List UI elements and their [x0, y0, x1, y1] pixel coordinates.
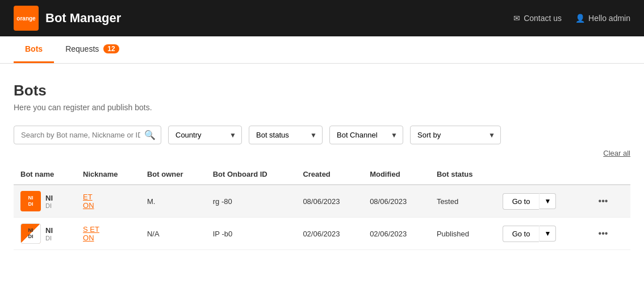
tab-bots[interactable]: Bots	[14, 36, 54, 63]
col-modified: Modified	[363, 164, 430, 185]
col-bot-name: Bot name	[14, 164, 76, 185]
bot-name-cell: NI DI NI DI	[14, 185, 76, 218]
bot-channel-filter[interactable]: Bot Channel	[329, 126, 403, 144]
col-onboard-id: Bot Onboard ID	[206, 164, 296, 185]
table-row: NI DI NI DI S ET	[14, 218, 630, 250]
header-left: orange Bot Manager	[14, 6, 121, 31]
col-action	[496, 164, 585, 185]
bot-name-cell: NI DI NI DI	[14, 218, 76, 250]
search-input[interactable]	[14, 126, 161, 144]
status-badge: Published	[430, 218, 496, 250]
modified-cell: 08/06/2023	[363, 185, 430, 218]
table-body: NI DI NI DI ET	[14, 185, 630, 250]
col-nickname: Nickname	[76, 164, 140, 185]
goto-button[interactable]: Go to	[503, 226, 540, 242]
page-content: Bots Here you can register and publish b…	[0, 64, 644, 268]
nickname-cell: S ET ON	[76, 218, 140, 250]
onboard-id-cell: IP -b0	[206, 218, 296, 250]
header-right: ✉ Contact us 👤 Hello admin	[513, 14, 630, 23]
bot-avatar: NI DI	[20, 191, 41, 211]
goto-dropdown-button[interactable]: ▼	[539, 226, 556, 242]
col-bot-owner: Bot owner	[140, 164, 206, 185]
col-more	[585, 164, 630, 185]
goto-dropdown-button[interactable]: ▼	[539, 193, 556, 209]
col-created: Created	[296, 164, 363, 185]
filters-row: 🔍 Country ▼ Bot status ▼ Bot Channel ▼ S…	[14, 126, 630, 144]
bot-name-text: NI DI	[45, 194, 53, 209]
tab-requests[interactable]: Requests 12	[54, 36, 131, 63]
sort-by-wrapper: Sort by ▼	[410, 126, 501, 144]
col-bot-status: Bot status	[430, 164, 496, 185]
contact-us-link[interactable]: ✉ Contact us	[513, 14, 562, 23]
bot-status-filter[interactable]: Bot status	[249, 126, 323, 144]
requests-badge: 12	[103, 44, 119, 53]
page-title: Bots	[14, 82, 630, 99]
owner-cell: M.	[140, 185, 206, 218]
owner-cell: N/A	[140, 218, 206, 250]
bot-name-text: NI DI	[45, 226, 53, 242]
more-options-cell: •••	[585, 185, 630, 218]
user-menu[interactable]: 👤 Hello admin	[575, 14, 630, 23]
nickname-main[interactable]: S ET	[83, 225, 133, 234]
more-options-button[interactable]: •••	[594, 226, 613, 241]
goto-cell: Go to ▼	[496, 218, 585, 250]
mail-icon: ✉	[513, 14, 520, 23]
goto-button[interactable]: Go to	[503, 193, 540, 210]
country-filter-wrapper: Country ▼	[168, 126, 242, 144]
status-badge: Tested	[430, 185, 496, 218]
search-button[interactable]: 🔍	[144, 130, 156, 140]
bot-status-filter-wrapper: Bot status ▼	[249, 126, 323, 144]
created-cell: 02/06/2023	[296, 218, 363, 250]
country-filter[interactable]: Country	[168, 126, 242, 144]
nickname-sub[interactable]: ON	[83, 201, 133, 210]
orange-logo: orange	[14, 6, 39, 31]
bot-channel-filter-wrapper: Bot Channel ▼	[329, 126, 403, 144]
goto-cell: Go to ▼	[496, 185, 585, 218]
bots-table: Bot name Nickname Bot owner Bot Onboard …	[14, 164, 630, 250]
nickname-main[interactable]: ET	[83, 193, 133, 201]
bot-avatar: NI DI	[20, 223, 41, 244]
created-cell: 08/06/2023	[296, 185, 363, 218]
modified-cell: 02/06/2023	[363, 218, 430, 250]
page-subtitle: Here you can register and publish bots.	[14, 103, 630, 112]
onboard-id-cell: rg -80	[206, 185, 296, 218]
table-row: NI DI NI DI ET	[14, 185, 630, 218]
more-options-button[interactable]: •••	[594, 194, 613, 209]
user-icon: 👤	[575, 14, 585, 23]
clear-row: Clear all	[14, 149, 630, 157]
table-header: Bot name Nickname Bot owner Bot Onboard …	[14, 164, 630, 185]
search-wrapper: 🔍	[14, 126, 161, 144]
sort-by-select[interactable]: Sort by	[410, 126, 501, 144]
header: orange Bot Manager ✉ Contact us 👤 Hello …	[0, 0, 644, 36]
nickname-sub[interactable]: ON	[83, 234, 133, 242]
bots-table-container: Bot name Nickname Bot owner Bot Onboard …	[14, 164, 630, 250]
clear-all-button[interactable]: Clear all	[603, 149, 630, 157]
app-title: Bot Manager	[45, 11, 121, 26]
more-options-cell: •••	[585, 218, 630, 250]
tabs-bar: Bots Requests 12	[0, 36, 644, 64]
nickname-cell: ET ON	[76, 185, 140, 218]
